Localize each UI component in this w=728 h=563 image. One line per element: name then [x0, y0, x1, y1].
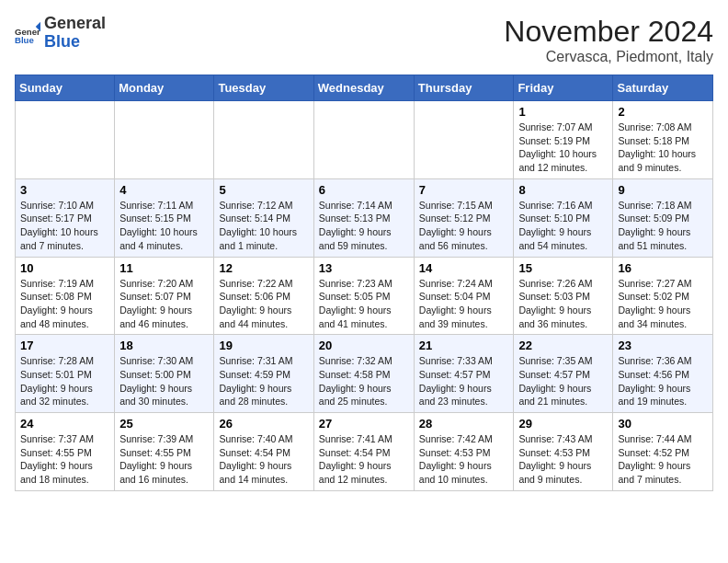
calendar-cell: 1Sunrise: 7:07 AM Sunset: 5:19 PM Daylig…	[514, 101, 613, 179]
day-info: Sunrise: 7:43 AM Sunset: 4:53 PM Dayligh…	[518, 432, 608, 487]
calendar-cell: 19Sunrise: 7:31 AM Sunset: 4:59 PM Dayli…	[214, 335, 313, 413]
day-number: 4	[119, 183, 209, 197]
weekday-header-sunday: Sunday	[16, 75, 115, 101]
week-row-4: 17Sunrise: 7:28 AM Sunset: 5:01 PM Dayli…	[16, 335, 713, 413]
day-number: 18	[119, 339, 209, 352]
day-number: 9	[618, 183, 708, 197]
calendar-cell: 27Sunrise: 7:41 AM Sunset: 4:54 PM Dayli…	[313, 413, 414, 491]
calendar-cell: 25Sunrise: 7:39 AM Sunset: 4:55 PM Dayli…	[115, 413, 214, 491]
day-info: Sunrise: 7:22 AM Sunset: 5:06 PM Dayligh…	[219, 277, 308, 331]
day-info: Sunrise: 7:16 AM Sunset: 5:10 PM Dayligh…	[518, 199, 608, 253]
calendar-cell: 20Sunrise: 7:32 AM Sunset: 4:58 PM Dayli…	[313, 335, 414, 413]
day-number: 7	[419, 183, 509, 197]
day-number: 3	[20, 183, 109, 197]
calendar-cell: 16Sunrise: 7:27 AM Sunset: 5:02 PM Dayli…	[613, 257, 713, 335]
calendar-cell: 23Sunrise: 7:36 AM Sunset: 4:56 PM Dayli…	[613, 335, 713, 413]
title-area: November 2024 Cervasca, Piedmont, Italy	[504, 15, 713, 65]
day-info: Sunrise: 7:26 AM Sunset: 5:03 PM Dayligh…	[518, 277, 608, 331]
day-number: 8	[518, 183, 608, 197]
day-info: Sunrise: 7:18 AM Sunset: 5:09 PM Dayligh…	[618, 199, 708, 253]
day-number: 20	[319, 339, 409, 352]
calendar-cell: 21Sunrise: 7:33 AM Sunset: 4:57 PM Dayli…	[414, 335, 514, 413]
logo-icon: General Blue	[15, 20, 40, 46]
calendar-cell	[414, 101, 514, 179]
day-info: Sunrise: 7:19 AM Sunset: 5:08 PM Dayligh…	[20, 277, 109, 331]
calendar-cell: 14Sunrise: 7:24 AM Sunset: 5:04 PM Dayli…	[414, 257, 514, 335]
location: Cervasca, Piedmont, Italy	[504, 49, 713, 65]
weekday-header-friday: Friday	[514, 75, 613, 101]
day-info: Sunrise: 7:07 AM Sunset: 5:19 PM Dayligh…	[518, 121, 608, 175]
weekday-header-wednesday: Wednesday	[313, 75, 414, 101]
day-number: 1	[518, 105, 608, 119]
day-number: 6	[319, 183, 409, 197]
day-number: 29	[518, 417, 608, 431]
calendar-cell	[115, 101, 214, 179]
calendar-cell: 5Sunrise: 7:12 AM Sunset: 5:14 PM Daylig…	[214, 178, 313, 257]
calendar-cell	[313, 101, 414, 179]
calendar-cell: 13Sunrise: 7:23 AM Sunset: 5:05 PM Dayli…	[313, 257, 414, 335]
day-info: Sunrise: 7:27 AM Sunset: 5:02 PM Dayligh…	[618, 277, 708, 331]
day-info: Sunrise: 7:24 AM Sunset: 5:04 PM Dayligh…	[419, 277, 509, 331]
day-number: 27	[319, 417, 409, 431]
day-number: 16	[618, 261, 708, 275]
month-title: November 2024	[504, 15, 713, 49]
day-number: 22	[518, 339, 608, 352]
day-info: Sunrise: 7:15 AM Sunset: 5:12 PM Dayligh…	[419, 199, 509, 253]
calendar-table: SundayMondayTuesdayWednesdayThursdayFrid…	[15, 75, 713, 491]
day-number: 21	[419, 339, 509, 352]
calendar-cell: 10Sunrise: 7:19 AM Sunset: 5:08 PM Dayli…	[16, 257, 115, 335]
calendar-cell	[16, 101, 115, 179]
day-info: Sunrise: 7:39 AM Sunset: 4:55 PM Dayligh…	[119, 432, 209, 487]
weekday-header-tuesday: Tuesday	[214, 75, 313, 101]
day-info: Sunrise: 7:08 AM Sunset: 5:18 PM Dayligh…	[618, 121, 708, 175]
calendar-cell: 4Sunrise: 7:11 AM Sunset: 5:15 PM Daylig…	[115, 178, 214, 257]
day-number: 28	[419, 417, 509, 431]
day-info: Sunrise: 7:40 AM Sunset: 4:54 PM Dayligh…	[219, 432, 308, 487]
calendar-cell: 18Sunrise: 7:30 AM Sunset: 5:00 PM Dayli…	[115, 335, 214, 413]
calendar-cell: 24Sunrise: 7:37 AM Sunset: 4:55 PM Dayli…	[16, 413, 115, 491]
calendar-cell: 12Sunrise: 7:22 AM Sunset: 5:06 PM Dayli…	[214, 257, 313, 335]
calendar-cell: 8Sunrise: 7:16 AM Sunset: 5:10 PM Daylig…	[514, 178, 613, 257]
day-info: Sunrise: 7:35 AM Sunset: 4:57 PM Dayligh…	[518, 354, 608, 408]
day-info: Sunrise: 7:10 AM Sunset: 5:17 PM Dayligh…	[20, 199, 109, 253]
calendar-cell: 9Sunrise: 7:18 AM Sunset: 5:09 PM Daylig…	[613, 178, 713, 257]
calendar-cell: 30Sunrise: 7:44 AM Sunset: 4:52 PM Dayli…	[613, 413, 713, 491]
day-info: Sunrise: 7:12 AM Sunset: 5:14 PM Dayligh…	[219, 199, 308, 253]
day-number: 5	[219, 183, 308, 197]
day-info: Sunrise: 7:37 AM Sunset: 4:55 PM Dayligh…	[20, 432, 109, 487]
day-info: Sunrise: 7:11 AM Sunset: 5:15 PM Dayligh…	[119, 199, 209, 253]
calendar-cell	[214, 101, 313, 179]
day-number: 26	[219, 417, 308, 431]
week-row-5: 24Sunrise: 7:37 AM Sunset: 4:55 PM Dayli…	[16, 413, 713, 491]
day-number: 30	[618, 417, 708, 431]
day-number: 14	[419, 261, 509, 275]
day-info: Sunrise: 7:32 AM Sunset: 4:58 PM Dayligh…	[319, 354, 409, 408]
calendar-cell: 26Sunrise: 7:40 AM Sunset: 4:54 PM Dayli…	[214, 413, 313, 491]
day-number: 2	[618, 105, 708, 119]
calendar-cell: 22Sunrise: 7:35 AM Sunset: 4:57 PM Dayli…	[514, 335, 613, 413]
day-info: Sunrise: 7:23 AM Sunset: 5:05 PM Dayligh…	[319, 277, 409, 331]
weekday-header-monday: Monday	[115, 75, 214, 101]
day-number: 23	[618, 339, 708, 352]
logo: General Blue General Blue	[15, 15, 106, 52]
week-row-2: 3Sunrise: 7:10 AM Sunset: 5:17 PM Daylig…	[16, 178, 713, 257]
day-info: Sunrise: 7:31 AM Sunset: 4:59 PM Dayligh…	[219, 354, 308, 408]
day-info: Sunrise: 7:36 AM Sunset: 4:56 PM Dayligh…	[618, 354, 708, 408]
calendar-cell: 17Sunrise: 7:28 AM Sunset: 5:01 PM Dayli…	[16, 335, 115, 413]
logo-general: General	[44, 14, 106, 32]
weekday-header-thursday: Thursday	[414, 75, 514, 101]
logo-blue: Blue	[44, 32, 80, 51]
day-info: Sunrise: 7:30 AM Sunset: 5:00 PM Dayligh…	[119, 354, 209, 408]
calendar-cell: 6Sunrise: 7:14 AM Sunset: 5:13 PM Daylig…	[313, 178, 414, 257]
day-info: Sunrise: 7:42 AM Sunset: 4:53 PM Dayligh…	[419, 432, 509, 487]
day-number: 19	[219, 339, 308, 352]
day-number: 15	[518, 261, 608, 275]
week-row-1: 1Sunrise: 7:07 AM Sunset: 5:19 PM Daylig…	[16, 101, 713, 179]
day-info: Sunrise: 7:28 AM Sunset: 5:01 PM Dayligh…	[20, 354, 109, 408]
calendar-cell: 11Sunrise: 7:20 AM Sunset: 5:07 PM Dayli…	[115, 257, 214, 335]
day-number: 25	[119, 417, 209, 431]
day-info: Sunrise: 7:20 AM Sunset: 5:07 PM Dayligh…	[119, 277, 209, 331]
day-number: 24	[20, 417, 109, 431]
weekday-header-saturday: Saturday	[613, 75, 713, 101]
day-number: 17	[20, 339, 109, 352]
